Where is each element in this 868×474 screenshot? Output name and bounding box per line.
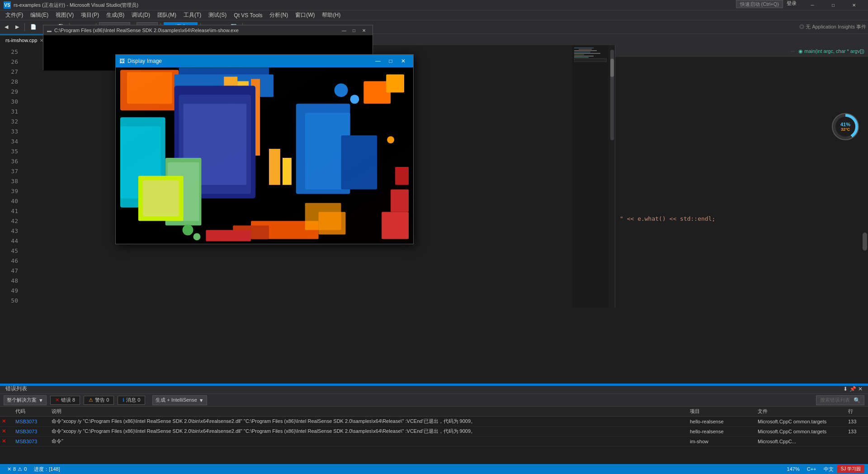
warning-filter-label: 警告 0 xyxy=(95,397,109,403)
menu-tools[interactable]: 工具(T) xyxy=(180,10,205,20)
display-window-title: Display Image xyxy=(127,58,162,64)
error-row-2-desc: 命令"xcopy /y "C:\Program Files (x86)\Inte… xyxy=(52,428,690,435)
login-label[interactable]: 登录 xyxy=(787,0,797,10)
display-maximize[interactable]: □ xyxy=(384,55,397,67)
col-project: 项目 xyxy=(690,408,758,415)
status-lang[interactable]: C++ xyxy=(803,464,820,474)
watermark: SJ 学习园 xyxy=(837,465,864,473)
error-row[interactable]: ✕ MSB3073 命令" im-show Microsoft.CppC... xyxy=(0,436,868,446)
menu-help[interactable]: 帮助(H) xyxy=(318,10,344,20)
info-filter-label: 消息 0 xyxy=(126,397,140,403)
error-row-3-code[interactable]: MSB3073 xyxy=(15,439,52,444)
menu-qt[interactable]: Qt VS Tools xyxy=(230,10,266,20)
toolbar-back[interactable]: ◀ xyxy=(2,22,11,32)
error-row[interactable]: ✕ MSB3073 命令"xcopy /y "C:\Program Files … xyxy=(0,427,868,436)
menu-edit[interactable]: 编辑(E) xyxy=(27,10,52,20)
minimize-button[interactable]: ─ xyxy=(802,0,823,10)
gauge-inner: 41% 32°C xyxy=(835,117,855,137)
gauge-percent: 41% xyxy=(840,122,850,127)
error-filter-label: 错误 8 xyxy=(61,397,75,403)
temperature-gauge: 41% 32°C xyxy=(832,113,859,140)
close-button[interactable]: ✕ xyxy=(844,0,864,10)
display-image-window[interactable]: 🖼 Display Image — □ ✕ xyxy=(115,54,414,244)
status-zoom[interactable]: 147% xyxy=(783,464,803,474)
menu-project[interactable]: 项目(P) xyxy=(77,10,103,20)
error-row-2-project: hello-realsense xyxy=(690,429,758,434)
error-row-2-icon: ✕ xyxy=(2,428,15,434)
right-scrollbar[interactable] xyxy=(609,45,615,308)
menu-build[interactable]: 生成(B) xyxy=(103,10,128,20)
scope-filter-label: 整个解决方案 xyxy=(7,397,37,403)
panel-pin[interactable]: 📌 xyxy=(849,386,856,392)
toolbar-sep1 xyxy=(24,23,25,31)
depth-image-svg xyxy=(116,67,413,244)
right-panel: ··· ◉ main(int argc, char * argv[]) " <<… xyxy=(615,45,868,308)
menu-analyze[interactable]: 分析(N) xyxy=(266,10,292,20)
menu-bar: 文件(F) 编辑(E) 视图(V) 项目(P) 生成(B) 调试(D) 团队(M… xyxy=(0,10,868,20)
console-minimize[interactable]: — xyxy=(339,25,349,35)
display-minimize[interactable]: — xyxy=(372,55,384,67)
status-encoding-label: 中文 xyxy=(824,466,834,473)
panel-collapse[interactable]: ⬇ xyxy=(843,386,848,392)
panel-resize-handle[interactable] xyxy=(0,384,868,386)
maximize-button[interactable]: □ xyxy=(823,0,844,10)
minimap[interactable] xyxy=(572,45,609,308)
status-warning-count: 0 xyxy=(24,466,27,472)
console-title-text: C:\Program Files (x86)\Intel RealSense S… xyxy=(54,28,239,33)
console-maximize[interactable]: □ xyxy=(349,25,359,35)
error-row-1-code[interactable]: MSB3073 xyxy=(15,419,52,424)
status-encoding[interactable]: 中文 xyxy=(820,464,837,474)
toolbar-forward[interactable]: ▶ xyxy=(13,22,22,32)
error-row-2-code[interactable]: MSB3073 xyxy=(15,429,52,434)
panel-close[interactable]: ✕ xyxy=(858,386,863,392)
right-panel-content: " << e.what() << std::endl; xyxy=(615,57,868,308)
window-controls: 快速启动 (Ctrl+Q) 登录 ─ □ ✕ xyxy=(736,0,864,10)
console-controls: — □ ✕ xyxy=(339,25,369,35)
window-title: rs-examples (正在运行) - Microsoft Visual St… xyxy=(14,2,736,9)
error-panel-title: 错误列表 xyxy=(5,385,27,393)
vs-icon: VS xyxy=(4,1,11,9)
menu-file[interactable]: 文件(F) xyxy=(2,10,27,20)
status-bar: ✕ 8 ⚠ 0 进度：[148] 147% C++ 中文 SJ 学习园 xyxy=(0,464,868,474)
right-code-line: " << e.what() << std::endl; xyxy=(620,62,863,222)
display-close[interactable]: ✕ xyxy=(397,55,410,67)
info-filter-btn[interactable]: ℹ 消息 0 xyxy=(118,396,145,405)
col-desc: 说明 xyxy=(52,408,690,415)
right-panel-scrollbar[interactable] xyxy=(862,57,868,308)
gauge-circle: 41% 32°C xyxy=(832,113,859,140)
toolbar-new[interactable]: 📄 xyxy=(28,22,39,32)
tab-rs-imshow-label: rs-imshow.cpp xyxy=(5,38,37,43)
display-window-icon: 🖼 xyxy=(119,58,125,64)
col-code: 代码 xyxy=(15,408,52,415)
quick-launch[interactable]: 快速启动 (Ctrl+Q) xyxy=(736,0,783,8)
right-panel-toolbar: ··· ◉ main(int argc, char * argv[]) xyxy=(615,45,868,57)
build-filter[interactable]: 生成 + IntelliSense ▼ xyxy=(152,395,207,405)
build-filter-arrow: ▼ xyxy=(199,398,204,403)
col-file: 文件 xyxy=(758,408,848,415)
quick-launch-label: 快速启动 (Ctrl+Q) xyxy=(740,1,779,8)
status-progress[interactable]: 进度：[148] xyxy=(30,464,63,474)
menu-team[interactable]: 团队(M) xyxy=(154,10,180,20)
status-errors[interactable]: ✕ 8 ⚠ 0 xyxy=(4,464,30,474)
status-zoom-label: 147% xyxy=(787,466,800,472)
right-code-content: " << e.what() << std::endl; xyxy=(620,215,715,222)
scope-filter[interactable]: 整个解决方案 ▼ xyxy=(4,395,47,405)
status-error-icon: ✕ xyxy=(7,466,11,472)
error-filter-btn[interactable]: ✕ 错误 8 xyxy=(50,396,80,405)
console-close[interactable]: ✕ xyxy=(359,25,369,35)
error-search-label: 搜索错误列表 xyxy=(820,397,850,403)
tab-rs-imshow[interactable]: rs-imshow.cpp ✕ xyxy=(0,34,49,45)
right-panel-dots: ··· xyxy=(791,48,795,54)
menu-test[interactable]: 测试(S) xyxy=(205,10,230,20)
error-search[interactable]: 搜索错误列表 🔍 xyxy=(816,395,864,405)
menu-debug[interactable]: 调试(D) xyxy=(128,10,154,20)
status-lang-label: C++ xyxy=(807,466,816,472)
menu-window[interactable]: 窗口(W) xyxy=(292,10,318,20)
error-row-1-project: hello-realsense xyxy=(690,419,758,424)
status-progress-label: 进度：[148] xyxy=(34,466,60,473)
error-row[interactable]: ✕ MSB3073 命令"xcopy /y "C:\Program Files … xyxy=(0,417,868,427)
error-table-header: 代码 说明 项目 文件 行 xyxy=(0,407,868,417)
warning-filter-btn[interactable]: ⚠ 警告 0 xyxy=(84,396,114,405)
watermark-text: SJ 学习园 xyxy=(841,466,861,471)
menu-view[interactable]: 视图(V) xyxy=(52,10,77,20)
